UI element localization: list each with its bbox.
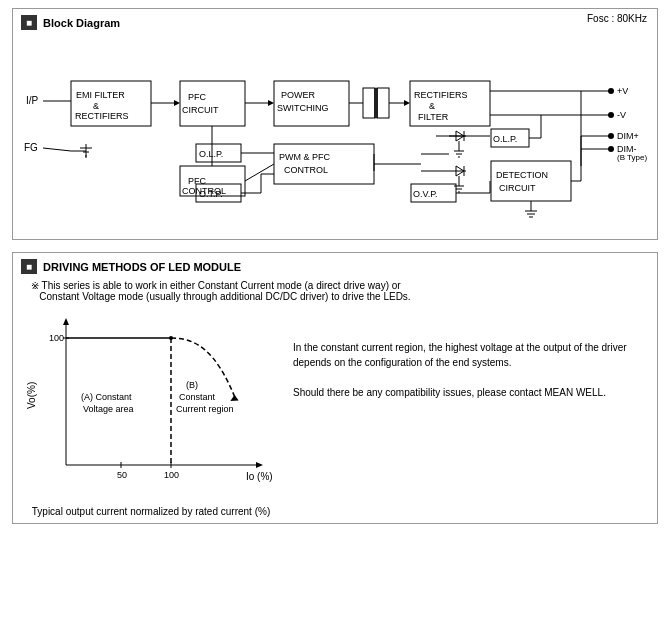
svg-marker-19 — [268, 100, 274, 106]
chart-caption: Typical output current normalized by rat… — [21, 506, 281, 517]
svg-marker-14 — [174, 100, 180, 106]
svg-text:Io (%): Io (%) — [246, 471, 273, 482]
svg-line-3 — [43, 148, 71, 151]
svg-rect-54 — [491, 161, 571, 201]
block-diagram-svg: I/P FG EMI FILTER & RECTIFIERS — [21, 36, 649, 231]
svg-text:Current region: Current region — [176, 404, 234, 414]
chart-description: In the constant current region, the high… — [293, 310, 627, 517]
svg-text:SWITCHING: SWITCHING — [277, 103, 329, 113]
svg-rect-25 — [377, 88, 389, 118]
svg-text:100: 100 — [49, 333, 64, 343]
svg-point-124 — [169, 336, 173, 340]
svg-text:-V: -V — [617, 110, 626, 120]
svg-text:Voltage area: Voltage area — [83, 404, 134, 414]
note-symbol: ※ — [31, 280, 39, 291]
block-diagram-title: Block Diagram — [43, 17, 120, 29]
svg-text:RECTIFIERS: RECTIFIERS — [414, 90, 468, 100]
desc-line2: depends on the configuration of the end … — [293, 355, 627, 370]
svg-point-37 — [608, 88, 614, 94]
svg-text:50: 50 — [117, 470, 127, 480]
svg-text:RECTIFIERS: RECTIFIERS — [75, 111, 129, 121]
driving-marker: ■ — [21, 259, 37, 274]
svg-text:PFC: PFC — [188, 176, 207, 186]
svg-text:PWM & PFC: PWM & PFC — [279, 152, 330, 162]
driving-title: DRIVING METHODS OF LED MODULE — [43, 261, 241, 273]
svg-marker-118 — [230, 394, 239, 402]
driving-note: ※ This series is able to work in either … — [31, 280, 649, 302]
svg-text:POWER: POWER — [281, 90, 316, 100]
svg-text:O.V.P.: O.V.P. — [413, 189, 438, 199]
svg-text:&: & — [429, 101, 435, 111]
desc-line3: Should there be any compatibility issues… — [293, 385, 627, 400]
svg-text:FILTER: FILTER — [418, 112, 449, 122]
svg-text:(B Type): (B Type) — [617, 153, 647, 162]
block-diagram-section: ■ Block Diagram Fosc : 80KHz I/P FG EMI … — [12, 8, 658, 240]
svg-point-46 — [608, 146, 614, 152]
svg-text:I/P: I/P — [26, 95, 39, 106]
svg-rect-79 — [274, 144, 374, 184]
svg-text:FG: FG — [24, 142, 38, 153]
svg-text:+V: +V — [617, 86, 628, 96]
fosc-label: Fosc : 80KHz — [587, 13, 647, 24]
chart-area: Vo(%) Io (%) 100 50 100 — [21, 310, 281, 517]
block-diagram-marker: ■ — [21, 15, 37, 30]
svg-text:Constant: Constant — [179, 392, 216, 402]
svg-text:O.L.P.: O.L.P. — [493, 134, 517, 144]
driving-methods-section: ■ DRIVING METHODS OF LED MODULE ※ This s… — [12, 252, 658, 524]
svg-text:CIRCUIT: CIRCUIT — [499, 183, 536, 193]
svg-marker-107 — [256, 462, 263, 468]
svg-text:DETECTION: DETECTION — [496, 170, 548, 180]
block-diagram-header: ■ Block Diagram — [21, 15, 649, 30]
svg-rect-24 — [363, 88, 375, 118]
svg-marker-106 — [63, 318, 69, 325]
svg-text:DIM+: DIM+ — [617, 131, 639, 141]
svg-point-43 — [608, 133, 614, 139]
svg-text:CIRCUIT: CIRCUIT — [182, 105, 219, 115]
svg-text:O.L.P.: O.L.P. — [199, 149, 223, 159]
driving-methods-header: ■ DRIVING METHODS OF LED MODULE — [21, 259, 649, 274]
svg-text:CONTROL: CONTROL — [284, 165, 328, 175]
page: ■ Block Diagram Fosc : 80KHz I/P FG EMI … — [0, 0, 670, 637]
svg-marker-29 — [404, 100, 410, 106]
svg-text:CONTROL: CONTROL — [182, 186, 226, 196]
svg-text:Vo(%): Vo(%) — [26, 382, 37, 409]
svg-point-40 — [608, 112, 614, 118]
svg-rect-15 — [180, 81, 245, 126]
svg-text:EMI FILTER: EMI FILTER — [76, 90, 125, 100]
svg-line-97 — [245, 164, 274, 181]
svg-text:(B): (B) — [186, 380, 198, 390]
driving-content: Vo(%) Io (%) 100 50 100 — [21, 310, 649, 517]
svg-text:100: 100 — [164, 470, 179, 480]
svg-text:&: & — [93, 101, 99, 111]
svg-text:PFC: PFC — [188, 92, 207, 102]
svg-text:(A) Constant: (A) Constant — [81, 392, 132, 402]
desc-line1: In the constant current region, the high… — [293, 340, 627, 355]
